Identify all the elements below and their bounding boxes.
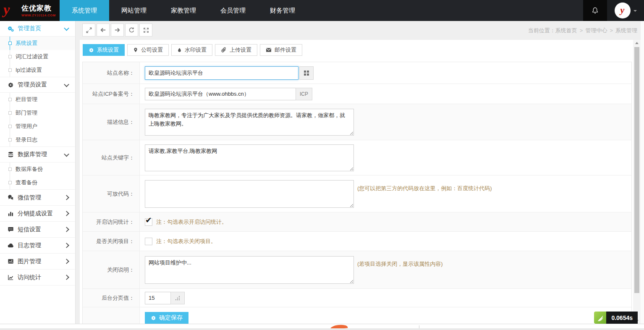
sidebar-item-column-mgmt[interactable]: 栏目管理	[0, 93, 75, 106]
check-icon: ✔	[145, 215, 152, 225]
sidebar-group-database[interactable]: 数据库管理	[0, 147, 75, 162]
chevron-right-icon	[64, 227, 69, 232]
back-button[interactable]	[97, 24, 110, 37]
sidebar-item-word-filter[interactable]: 词汇过滤设置	[0, 50, 75, 63]
close-note-textarea[interactable]: 网站项目维护中...	[145, 256, 354, 284]
fullscreen-button[interactable]	[139, 24, 152, 37]
sidebar-group-wechat[interactable]: 微信管理	[0, 190, 75, 206]
sidebar-item-login-log[interactable]: 登录日志	[0, 133, 75, 147]
breadcrumb-item: 系统管理	[615, 27, 637, 34]
sidebar-group-sms[interactable]: 短信设置	[0, 222, 75, 238]
tab-mail-settings[interactable]: 邮件设置	[260, 44, 302, 56]
sidebar-group-home[interactable]: 管理首页	[0, 21, 75, 37]
settings-panel: 系统设置 公司设置 水印设置 上传设置 邮件设置 站点名称：	[80, 40, 633, 324]
site-name-picker-button[interactable]	[299, 66, 314, 80]
breadcrumb-item[interactable]: 管理中心	[585, 27, 607, 34]
form-row-page-size: 后台分页值：	[83, 289, 631, 307]
field-label: 后台分页值：	[83, 289, 140, 307]
sidebar-item-system-settings[interactable]: 系统设置	[0, 37, 75, 50]
tab-system-settings[interactable]: 系统设置	[83, 44, 125, 56]
save-button[interactable]: 确定保存	[145, 312, 188, 324]
app-logo: y 佐优家教 WWW.ZYJJ114.COM	[0, 0, 60, 21]
divider	[0, 328, 644, 330]
paperclip-icon	[221, 47, 227, 53]
sidebar-group-label: 管理员设置	[18, 81, 47, 89]
site-name-input[interactable]	[145, 66, 298, 80]
fullscreen-icon	[143, 27, 149, 33]
thinkphp-leaf-icon[interactable]	[594, 312, 606, 324]
bell-icon	[592, 7, 599, 14]
nav-tab-finance[interactable]: 财务管理	[258, 0, 307, 21]
bar-chart-icon	[8, 210, 14, 217]
sidebar-item-admin-users[interactable]: 管理用户	[0, 120, 75, 133]
nav-tab-website[interactable]: 网站管理	[109, 0, 159, 21]
close-project-checkbox[interactable]	[145, 238, 152, 245]
gear-icon	[89, 47, 94, 53]
field-label: 站点关键字：	[83, 140, 140, 175]
page-size-picker-button[interactable]	[170, 292, 185, 304]
sidebar-group-admin[interactable]: 管理员设置	[0, 77, 75, 93]
embed-code-textarea[interactable]	[145, 180, 354, 208]
settings-form: 站点名称： 站点ICP备案号： ICP 描述信息： 嗨教家教网，专注于为广大家长…	[82, 62, 632, 324]
notifications-button[interactable]	[583, 0, 607, 21]
arrow-right-icon	[114, 27, 120, 33]
user-menu[interactable]: y	[607, 0, 644, 21]
sidebar-item-ip-filter[interactable]: Ip过滤设置	[0, 63, 75, 77]
field-note: (若项目选择关闭，显示该属性内容)	[357, 260, 443, 268]
sidebar-item-dept-mgmt[interactable]: 部门管理	[0, 106, 75, 120]
forward-button[interactable]	[111, 24, 124, 37]
tab-company-settings[interactable]: 公司设置	[127, 44, 169, 56]
field-label: 是否关闭项目：	[83, 232, 140, 251]
scrollbar-thumb[interactable]	[634, 47, 639, 293]
sidebar-group-label: 短信设置	[18, 226, 41, 233]
page-size-input[interactable]	[145, 292, 171, 304]
icp-input[interactable]	[145, 88, 296, 100]
form-row-site-name: 站点名称：	[83, 62, 631, 84]
field-label: 开启访问统计：	[83, 212, 140, 231]
sidebar-item-db-backup[interactable]: 数据库备份	[0, 162, 75, 176]
content-scrollbar[interactable]	[633, 40, 641, 324]
avatar: y	[615, 3, 631, 18]
form-row-keywords: 站点关键字： 请家教,家教平台,嗨教家教网	[83, 140, 631, 175]
line-chart-icon	[8, 274, 14, 280]
sidebar-group-commission[interactable]: 分销提成设置	[0, 206, 75, 222]
sidebar-group-images[interactable]: 图片管理	[0, 254, 75, 270]
chevron-right-icon	[64, 195, 69, 200]
sidebar: 管理首页 系统设置 词汇过滤设置 Ip过滤设置 管理员设置 栏目管理 部门管理 …	[0, 21, 76, 324]
resize-tab-button[interactable]	[82, 24, 95, 37]
wechat-icon	[8, 194, 14, 201]
nav-tab-system[interactable]: 系统管理	[60, 0, 109, 21]
nav-tab-member[interactable]: 会员管理	[208, 0, 258, 21]
breadcrumb-item[interactable]: 系统首页	[555, 27, 577, 34]
icp-addon: ICP	[296, 88, 312, 100]
sidebar-group-visit-stats[interactable]: 访问统计	[0, 270, 75, 285]
breadcrumb: 当前位置：系统首页>管理中心>系统管理	[528, 27, 637, 34]
tab-upload-settings[interactable]: 上传设置	[215, 44, 257, 56]
scroll-up-button[interactable]	[633, 40, 641, 46]
iframe-toolbar	[82, 24, 152, 37]
arrow-left-icon	[100, 27, 106, 33]
field-note: 注：勾选表示开启访问统计。	[156, 218, 227, 226]
refresh-button[interactable]	[125, 24, 138, 37]
keywords-textarea[interactable]: 请家教,家教平台,嗨教家教网	[145, 144, 354, 171]
sidebar-group-logs[interactable]: 日志管理	[0, 238, 75, 254]
gears-icon	[8, 26, 14, 32]
logo-title: 佐优家教	[21, 3, 56, 13]
sidebar-item-view-backup[interactable]: 查看备份	[0, 176, 75, 189]
debugbar: 0.0654s	[594, 312, 638, 324]
gear-icon	[8, 82, 14, 88]
pin-icon	[133, 47, 138, 53]
visit-stats-checkbox[interactable]: ✔	[145, 218, 152, 226]
field-label: 可放代码：	[83, 175, 140, 212]
sidebar-group-label: 日志管理	[18, 242, 41, 249]
nav-tab-tutor[interactable]: 家教管理	[159, 0, 208, 21]
chevron-right-icon	[64, 259, 69, 264]
chevron-right-icon	[64, 275, 69, 280]
logo-subtitle: WWW.ZYJJ114.COM	[21, 14, 56, 17]
tab-watermark-settings[interactable]: 水印设置	[171, 44, 212, 56]
field-label: 描述信息：	[83, 104, 140, 140]
field-note: 注：勾选表示关闭项目。	[156, 238, 216, 245]
top-nav: 系统管理 网站管理 家教管理 会员管理 财务管理	[60, 0, 307, 21]
description-textarea[interactable]: 嗨教家教网，专注于为广大家长及学员提供优质的教师资源。请家教，做家都，就上嗨教家…	[145, 109, 354, 136]
envelope-icon	[266, 47, 272, 52]
